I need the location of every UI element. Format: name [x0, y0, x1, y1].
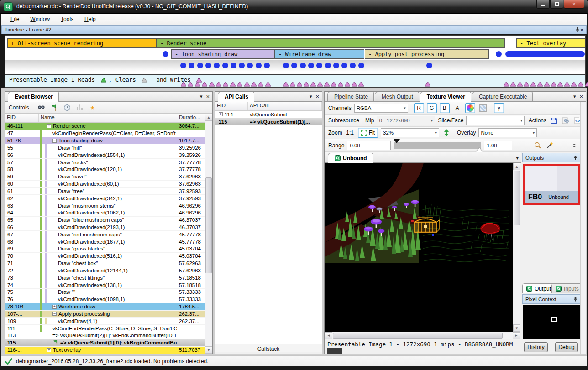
tab-event-browser[interactable]: Event Browser	[8, 92, 59, 102]
event-row[interactable]: 65Draw "blue mushroom caps"46.37037	[5, 217, 212, 224]
event-row[interactable]: 56vkCmdDrawIndexed(1554,1)39.25926	[5, 151, 212, 159]
save-icon[interactable]	[549, 116, 558, 125]
range-slider[interactable]	[394, 142, 481, 149]
event-row[interactable]: 75Draw ""57.33333	[5, 289, 212, 296]
event-browser-scrollbar[interactable]: ▲ ▼	[205, 114, 212, 354]
event-row[interactable]: 113=> vkQueueSubmit(2)[1]: vkEndCommandB…	[5, 332, 212, 339]
event-row[interactable]: 74vkCmdDrawIndexed(138,1)57.18518	[5, 281, 212, 289]
dock-menu-icon[interactable]: ▾	[310, 94, 312, 99]
gamma-button[interactable]: γ	[494, 103, 504, 113]
event-row[interactable]: 78-104+Wireframe draw1784.5...	[5, 303, 212, 311]
event-row[interactable]: 109vkCmdDraw(4,1)262.37...	[5, 318, 212, 325]
minimize-button[interactable]	[536, 0, 550, 9]
event-row[interactable]: 60vkCmdDrawIndexed(60,1)37.62963	[5, 181, 212, 188]
close-icon[interactable]: ×	[315, 94, 319, 99]
toolbar-overflow-icon[interactable]	[570, 141, 579, 150]
timeline-marker-bar[interactable]: - Render scene	[157, 38, 505, 48]
blue-channel-button[interactable]: B	[440, 103, 450, 113]
timeline-marker-bar[interactable]: - Toon shading draw	[171, 49, 275, 59]
tab-unbound-texture[interactable]: Unbound	[328, 153, 373, 163]
tab-capture-executable[interactable]: Capture Executable	[472, 92, 533, 101]
pin-icon[interactable]	[573, 155, 578, 160]
event-row[interactable]: 47vkCmdBeginRenderPass(C=Clear, D=Clear,…	[5, 130, 212, 137]
texture-vscrollbar[interactable]: ▲▼	[513, 163, 520, 332]
zoom-1to1-button[interactable]: 1:1	[345, 128, 355, 138]
green-channel-button[interactable]: G	[427, 103, 437, 113]
range-max-field[interactable]: 1.00	[484, 141, 512, 150]
event-row[interactable]: 59Draw "cave"37.62963	[5, 173, 212, 181]
pin-icon[interactable]	[573, 297, 578, 302]
texture-list-dropdown-icon[interactable]: ▾	[516, 156, 519, 161]
close-icon[interactable]: ×	[206, 94, 210, 99]
slice-face-select[interactable]: ▾	[466, 116, 525, 125]
menu-help[interactable]: Help	[79, 15, 101, 24]
event-row[interactable]: 46-111−Render scene3064.7...	[5, 123, 212, 130]
maximize-button[interactable]	[550, 0, 563, 9]
event-row[interactable]: 107-...−Apply post processing262.37...	[5, 311, 212, 318]
dock-menu-icon[interactable]: ▾	[200, 94, 203, 99]
timeline-marker-bar[interactable]: + Off-screen scene rendering	[7, 38, 157, 48]
tab-texture-viewer[interactable]: Texture Viewer	[420, 92, 471, 102]
event-row[interactable]: 51-76−Toon shading draw1017.7...	[5, 137, 212, 145]
event-row[interactable]: 71Draw "chest box"57.62963	[5, 260, 212, 267]
event-row[interactable]: 70vkCmdDrawIndexed(516,1)45.03704	[5, 253, 212, 260]
event-row[interactable]: 73Draw "chest fittings"57.18518	[5, 274, 212, 281]
alpha-channel-button[interactable]: A	[452, 103, 462, 113]
event-row[interactable]: 61Draw "tree"37.92593	[5, 188, 212, 195]
texture-hscrollbar[interactable]: ◄ ►	[325, 332, 520, 339]
event-row[interactable]: 66vkCmdDrawIndexed(2193,1)46.37037	[5, 224, 212, 231]
jump-to-eid-icon[interactable]	[50, 103, 59, 112]
event-row[interactable]: 68vkCmdDrawIndexed(1677,1)45.77778	[5, 238, 212, 245]
red-channel-button[interactable]: R	[414, 103, 424, 113]
collapse-icon[interactable]: −	[52, 139, 57, 143]
tab-api-calls[interactable]: API Calls	[218, 92, 254, 102]
overlay-select[interactable]: None▾	[478, 128, 537, 137]
autofit-zoom-icon[interactable]	[533, 141, 542, 150]
menu-file[interactable]: File	[5, 15, 25, 24]
fb0-thumbnail[interactable]: FB0 Unbound	[523, 164, 580, 205]
pin-icon[interactable]	[575, 27, 580, 32]
expand-icon[interactable]: +	[47, 348, 51, 352]
callstack-label[interactable]: Callstack	[215, 344, 322, 352]
history-button[interactable]: History	[524, 342, 548, 352]
timeline-marker-bar[interactable]: - Text overlay	[516, 38, 585, 48]
debug-button[interactable]: Debug	[555, 342, 578, 352]
range-min-field[interactable]: 0.00	[347, 141, 391, 150]
api-call-row[interactable]: 115=> vkQueueSubmit(1)[...	[215, 118, 322, 125]
timeline-panel-header[interactable]: Timeline - Frame #2 ×	[1, 25, 587, 34]
event-row[interactable]: 67Draw "red mushroom caps"45.77778	[5, 231, 212, 238]
collapse-icon[interactable]: −	[47, 124, 51, 128]
fit-button[interactable]: Fit	[358, 128, 378, 138]
menu-tools[interactable]: Tools	[55, 15, 79, 24]
event-row[interactable]: 63Draw "mushroom stems"46.96296	[5, 202, 212, 209]
close-button[interactable]: ×	[564, 0, 584, 9]
tab-inputs[interactable]: Inputs	[551, 283, 583, 293]
mip-select[interactable]: 0 - 1272x690▾	[377, 116, 435, 125]
event-row[interactable]: 57Draw "rocks"37.77778	[5, 159, 212, 166]
event-row[interactable]: 111vkCmdEndRenderPass(C=Store, D=Store, …	[5, 325, 212, 332]
collapse-icon[interactable]: −	[52, 312, 57, 316]
close-icon[interactable]: ×	[580, 27, 583, 33]
find-icon[interactable]	[37, 103, 46, 112]
event-row[interactable]: 72vkCmdDrawIndexed(12144,1)57.62963	[5, 267, 212, 275]
timeline-panel[interactable]: Presentable Image 1 Reads , Clears and W…	[5, 35, 586, 88]
timeline-marker-bar[interactable]: - Wireframe draw	[275, 49, 364, 59]
event-row[interactable]: 62vkCmdDrawIndexed(342,1)37.92593	[5, 195, 212, 202]
event-row[interactable]: 69Draw "grass blades"45.03704	[5, 245, 212, 253]
event-row[interactable]: 58vkCmdDrawIndexed(120,1)37.77778	[5, 166, 212, 173]
event-row[interactable]: 116-...+Text overlay511.7037	[5, 347, 212, 354]
dock-menu-icon[interactable]: ▾	[573, 94, 576, 99]
panel-scrollbar[interactable]	[580, 102, 586, 354]
event-row[interactable]: 64vkCmdDrawIndexed(1062,1)46.96296	[5, 209, 212, 217]
expand-icon[interactable]: +	[219, 112, 223, 116]
flip-y-icon[interactable]	[442, 128, 451, 137]
close-icon[interactable]: ×	[579, 94, 583, 99]
zoom-select[interactable]: 32%▾	[381, 128, 439, 137]
time-draws-icon[interactable]	[63, 103, 72, 112]
event-row[interactable]: 76vkCmdDrawIndexed(1098,1)57.33333	[5, 296, 212, 303]
color-wheel-button[interactable]	[465, 103, 475, 113]
bookmark-star-icon[interactable]: *	[88, 103, 97, 112]
event-row[interactable]: 55Draw "hill"39.25926	[5, 144, 212, 151]
tab-mesh-output[interactable]: Mesh Output	[375, 92, 419, 101]
alpha-background-button[interactable]	[478, 103, 488, 113]
